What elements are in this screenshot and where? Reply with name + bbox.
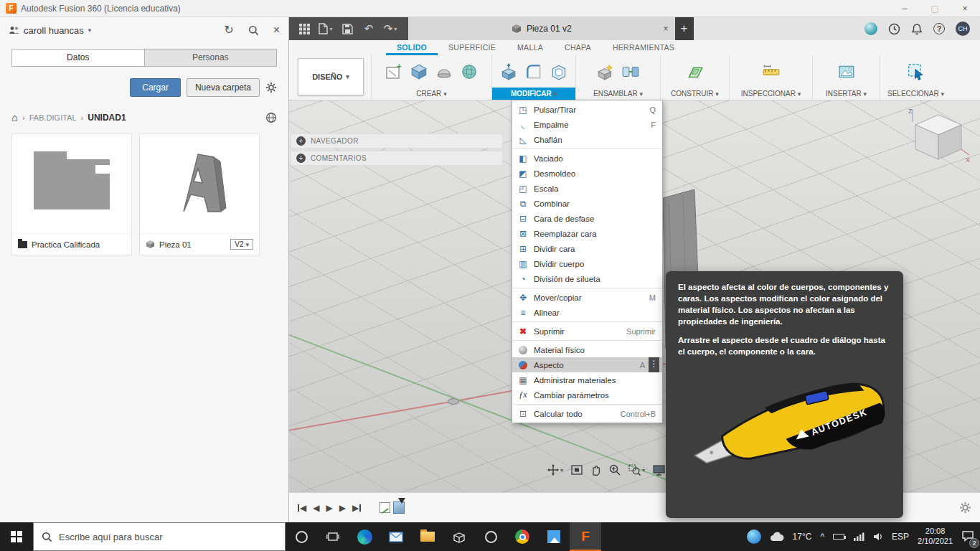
photos-button[interactable] xyxy=(538,522,570,551)
undo-button[interactable]: ↶ xyxy=(359,17,378,40)
dropbox-button[interactable] xyxy=(443,522,475,551)
timeline-extrude-feature[interactable] xyxy=(393,501,405,514)
expand-icon[interactable]: + xyxy=(296,136,306,146)
menu-item-vaciado[interactable]: ◧Vaciado xyxy=(512,151,662,166)
menu-item-alinear[interactable]: ≡Alinear xyxy=(512,305,662,320)
joint-button[interactable] xyxy=(620,59,641,85)
timeline-go-to-start-button[interactable]: ◀ xyxy=(298,503,306,513)
action-center-button[interactable]: 2 xyxy=(961,530,974,544)
ribbon-tab-malla[interactable]: MALLA xyxy=(507,40,554,55)
hidden-icons-chevron[interactable]: ^ xyxy=(820,532,824,542)
fit-view-button[interactable] xyxy=(571,465,583,475)
user-menu[interactable]: caroll huancas ▾ xyxy=(9,25,91,36)
clock-date[interactable]: 20:08 2/10/2021 xyxy=(918,527,953,547)
close-panel-icon[interactable]: × xyxy=(273,24,280,36)
data-panel-toggle-button[interactable] xyxy=(295,17,314,40)
ribbon-tab-herramientas[interactable]: HERRAMIENTAS xyxy=(602,40,685,55)
measure-button[interactable] xyxy=(760,59,782,85)
tab-personas[interactable]: Personas xyxy=(145,49,278,67)
preferences-gear-icon[interactable] xyxy=(959,501,971,514)
menu-item-cara-de-desfase[interactable]: ⊟Cara de desfase xyxy=(512,211,662,226)
close-tab-icon[interactable]: × xyxy=(663,24,668,34)
menu-item-chaflan[interactable]: ◺Chaflán xyxy=(512,132,662,147)
more-options-icon[interactable]: ⋮ xyxy=(649,357,659,372)
save-button[interactable] xyxy=(338,17,357,40)
revolve-button[interactable] xyxy=(433,59,455,85)
new-folder-button[interactable]: Nueva carpeta xyxy=(187,78,260,97)
zoom-button[interactable] xyxy=(609,464,621,476)
zoom-window-button[interactable]: ▾ xyxy=(628,464,645,476)
group-label-modificar[interactable]: MODIFICAR ▾ xyxy=(492,88,575,100)
mail-button[interactable] xyxy=(380,522,412,551)
sync-icon[interactable]: ↻ xyxy=(224,24,233,36)
menu-item-division-de-silueta[interactable]: ◔División de silueta xyxy=(512,271,662,286)
extrude-button[interactable] xyxy=(408,59,430,85)
app-circle-button[interactable] xyxy=(475,522,507,551)
account-avatar[interactable]: CH xyxy=(956,22,970,36)
redo-button[interactable]: ↷ ▾ xyxy=(381,17,400,40)
group-label-seleccionar[interactable]: SELECCIONAR ▾ xyxy=(880,88,951,100)
menu-item-combinar[interactable]: ⧉Combinar xyxy=(512,196,662,211)
form-button[interactable] xyxy=(458,59,480,85)
menu-item-dividir-cara[interactable]: ⊞Dividir cara xyxy=(512,241,662,256)
ribbon-tab-solido[interactable]: SOLIDO xyxy=(386,40,438,55)
file-explorer-button[interactable] xyxy=(412,522,443,551)
timeline-play-button[interactable]: ▶ xyxy=(326,503,332,513)
edge-button[interactable] xyxy=(349,522,380,551)
browser-panel-header[interactable]: + NAVEGADOR xyxy=(291,133,503,149)
new-component-button[interactable] xyxy=(595,59,616,85)
create-sketch-button[interactable]: + xyxy=(383,59,405,85)
fusion-360-taskbar-button[interactable]: F xyxy=(570,522,601,551)
start-button[interactable] xyxy=(0,522,33,551)
timeline-go-to-end-button[interactable]: ▶ xyxy=(352,503,361,513)
help-icon[interactable]: ? xyxy=(933,23,945,34)
home-icon[interactable]: ⌂ xyxy=(11,111,18,123)
construction-plane-button[interactable] xyxy=(684,59,706,85)
new-tab-button[interactable]: + xyxy=(675,17,694,40)
weather-cloud-icon[interactable] xyxy=(770,532,784,542)
menu-item-cambiar-parametros[interactable]: ƒxCambiar parámetros xyxy=(512,387,662,402)
group-label-crear[interactable]: CREAR ▾ xyxy=(372,88,491,100)
timeline-step-back-button[interactable]: ◀ xyxy=(313,503,319,513)
expand-icon[interactable]: + xyxy=(296,154,306,163)
group-label-ensamblar[interactable]: ENSAMBLAR ▾ xyxy=(576,88,660,100)
pan-button[interactable]: ▾ xyxy=(547,464,563,476)
globe-icon[interactable] xyxy=(265,112,277,123)
menu-item-escala[interactable]: ◰Escala xyxy=(512,181,662,196)
job-status-icon[interactable] xyxy=(864,22,877,35)
maximize-button[interactable]: ▢ xyxy=(920,0,950,17)
document-tab[interactable]: Pieza 01 v2 × xyxy=(408,17,675,40)
network-icon[interactable] xyxy=(853,532,864,541)
shell-button[interactable] xyxy=(548,59,570,85)
ribbon-tab-chapa[interactable]: CHAPA xyxy=(554,40,602,55)
timeline-sketch-feature[interactable] xyxy=(380,502,390,513)
gear-icon[interactable] xyxy=(265,82,277,93)
select-button[interactable] xyxy=(905,59,927,85)
taskbar-search[interactable]: Escribe aquí para buscar xyxy=(33,522,286,551)
ribbon-tab-superficie[interactable]: SUPERFICIE xyxy=(438,40,507,55)
menu-item-reemplazar-cara[interactable]: ⊠Reemplazar cara xyxy=(512,226,662,241)
folder-card[interactable]: Practica Calificada xyxy=(11,133,132,255)
comments-panel-header[interactable]: + COMENTARIOS xyxy=(291,151,503,166)
battery-icon[interactable] xyxy=(833,534,844,540)
menu-item-suprimir[interactable]: ✖SuprimirSuprimir xyxy=(512,324,662,339)
group-label-inspeccionar[interactable]: INSPECCIONAR ▾ xyxy=(730,88,812,100)
insert-canvas-button[interactable] xyxy=(836,59,857,85)
part-card[interactable]: Pieza 01 V2 ▾ xyxy=(139,133,260,255)
cortana-button[interactable] xyxy=(286,522,317,551)
breadcrumb-project[interactable]: FAB.DIGITAL xyxy=(29,113,77,122)
press-pull-button[interactable] xyxy=(498,59,519,85)
menu-item-mover-copiar[interactable]: ✥Mover/copiarM xyxy=(512,290,662,305)
menu-item-material-fisico[interactable]: Material físico xyxy=(512,342,662,357)
pan-hand-button[interactable] xyxy=(590,464,601,476)
file-menu-button[interactable]: ▾ xyxy=(316,17,335,40)
menu-item-pulsar-tirar[interactable]: ◳Pulsar/TirarQ xyxy=(512,102,662,117)
timeline-step-forward-button[interactable]: ▶ xyxy=(339,503,346,513)
temperature-text[interactable]: 17°C xyxy=(793,532,812,542)
menu-item-dividir-cuerpo[interactable]: ▥Dividir cuerpo xyxy=(512,256,662,271)
menu-item-administrar-materiales[interactable]: ▦Administrar materiales xyxy=(512,372,662,387)
group-label-construir[interactable]: CONSTRUIR ▾ xyxy=(661,88,729,100)
menu-item-calcular-todo[interactable]: ⊡Calcular todoControl+B xyxy=(512,406,662,421)
close-window-button[interactable]: × xyxy=(950,0,980,17)
menu-item-empalme[interactable]: ◟EmpalmeF xyxy=(512,117,662,132)
